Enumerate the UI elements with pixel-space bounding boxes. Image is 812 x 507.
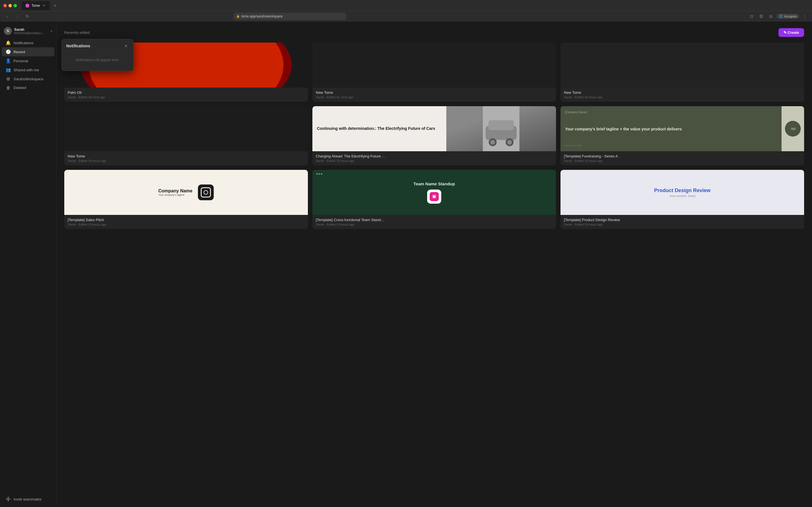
user-name: Sarah bbox=[14, 27, 49, 32]
card-meta: Palm Oil Sarah · Edited 29 mins ago bbox=[64, 88, 308, 102]
card-sales-pitch[interactable]: Company Name Your company's tagline [Tem… bbox=[64, 170, 308, 229]
card-design-review[interactable]: Product Design Review Team member] · [Da… bbox=[560, 170, 804, 229]
sidebar-item-label: SarahsWorkspace bbox=[13, 77, 43, 81]
svg-point-9 bbox=[507, 140, 512, 145]
sidebar-item-label: Deleted bbox=[13, 86, 26, 90]
card-title: New Tome bbox=[68, 154, 305, 158]
person-plus-icon: ➕ bbox=[6, 497, 11, 502]
people-icon: 👥 bbox=[6, 67, 11, 72]
back-button[interactable]: ‹ bbox=[3, 13, 11, 20]
sidebar-item-personal[interactable]: 👤 Personal bbox=[2, 56, 54, 65]
user-email: 8263e52a@moodjoy.c... bbox=[14, 32, 49, 35]
tab-bar: Tome ✕ + bbox=[21, 1, 809, 10]
card-title: New Tome bbox=[564, 91, 801, 95]
active-tab[interactable]: Tome ✕ bbox=[21, 1, 50, 10]
tagline-text: Your company's brief tagline + the value… bbox=[565, 126, 777, 132]
grid-icon: ⊞ bbox=[6, 76, 11, 81]
card-subtitle: Sarah · Edited 19 hours ago bbox=[68, 223, 305, 226]
fundraising-left: [Company Name] Your company's brief tagl… bbox=[560, 106, 781, 151]
close-button[interactable] bbox=[3, 4, 7, 7]
browser-chrome: Tome ✕ + bbox=[0, 0, 812, 11]
card-new-tome-1[interactable]: New Tome Sarah · Edited 41 mins ago bbox=[312, 43, 556, 102]
sidebar-item-invite[interactable]: ➕ Invite teammates bbox=[2, 495, 54, 504]
create-button[interactable]: ✎ Create bbox=[778, 28, 804, 37]
card-subtitle: Sarah · Edited 41 mins ago bbox=[316, 96, 553, 99]
incognito-label: Incognito bbox=[784, 15, 797, 18]
card-new-tome-2[interactable]: New Tome Sarah · Edited 18 hours ago bbox=[560, 43, 804, 102]
sales-logo-dot bbox=[204, 190, 208, 194]
new-tab-button[interactable]: + bbox=[51, 2, 59, 10]
card-title: New Tome bbox=[316, 91, 553, 95]
card-thumbnail bbox=[64, 106, 308, 151]
extension-icon[interactable]: ⚄ bbox=[758, 13, 765, 20]
card-standup[interactable]: Team Name Standup [Template] Cross-funct… bbox=[312, 170, 556, 229]
main-content: Recently edited ✎ Create Palm Oil Sarah … bbox=[56, 21, 812, 507]
chevron-down-icon: ▾ bbox=[51, 30, 52, 33]
sidebar-item-label: Recent bbox=[13, 50, 25, 54]
cast-icon[interactable]: ⊡ bbox=[748, 13, 755, 20]
sidebar: S Sarah 8263e52a@moodjoy.c... ▾ 🔔 Notifi… bbox=[0, 21, 56, 507]
traffic-lights bbox=[3, 4, 17, 7]
user-info: Sarah 8263e52a@moodjoy.c... bbox=[14, 27, 49, 35]
sidebar-item-workspace[interactable]: ⊞ SarahsWorkspace bbox=[2, 74, 54, 83]
card-meta: [Template] Sales Pitch Sarah · Edited 19… bbox=[64, 215, 308, 229]
trash-icon: 🗑 bbox=[6, 86, 11, 90]
sidebar-item-label: Notifications bbox=[13, 41, 34, 45]
address-text: tome.app/sarahsworkspace bbox=[241, 14, 283, 18]
clock-icon: 🕐 bbox=[6, 49, 11, 54]
visual-label: Visual Your Logo bbox=[565, 144, 777, 147]
lock-icon: 🔒 bbox=[236, 15, 240, 18]
card-charging[interactable]: Continuing with determination.: The Elec… bbox=[312, 106, 556, 165]
tab-title: Tome bbox=[32, 4, 40, 8]
split-icon[interactable]: ⊟ bbox=[767, 13, 774, 20]
card-fundraising[interactable]: [Company Name] Your company's brief tagl… bbox=[560, 106, 804, 165]
sidebar-item-deleted[interactable]: 🗑 Deleted bbox=[2, 83, 54, 92]
app-layout: S Sarah 8263e52a@moodjoy.c... ▾ 🔔 Notifi… bbox=[0, 21, 812, 507]
user-section[interactable]: S Sarah 8263e52a@moodjoy.c... ▾ bbox=[0, 25, 56, 38]
svg-rect-5 bbox=[489, 120, 514, 130]
card-title: [Template] Fundraising - Series A bbox=[564, 154, 801, 158]
circle-decoration bbox=[785, 121, 801, 136]
card-meta: New Tome Sarah · Edited 41 mins ago bbox=[312, 88, 556, 102]
notifications-popup: Notifications ✕ Notifications will appea… bbox=[61, 39, 134, 71]
sidebar-item-shared[interactable]: 👥 Shared with me bbox=[2, 65, 54, 74]
sales-text: Company Name Your company's tagline bbox=[158, 188, 193, 196]
card-subtitle: Sarah · Edited 18 hours ago bbox=[564, 96, 801, 99]
notifications-header: Notifications ✕ bbox=[62, 39, 133, 52]
standup-icon bbox=[427, 189, 441, 204]
section-title: Recently edited bbox=[64, 31, 90, 35]
minimize-button[interactable] bbox=[8, 4, 12, 7]
card-new-tome-3[interactable]: New Tome Sarah · Edited 18 hours ago bbox=[64, 106, 308, 165]
card-subtitle: Sarah · Edited 19 hours ago bbox=[316, 159, 553, 163]
card-subtitle: Sarah · Edited 19 hours ago bbox=[564, 159, 801, 163]
profile-icon: 👤 bbox=[779, 14, 783, 18]
standup-dots-row bbox=[316, 173, 322, 175]
car-shape bbox=[446, 106, 556, 151]
sidebar-item-label: Personal bbox=[13, 59, 28, 63]
avatar: S bbox=[4, 27, 12, 35]
sidebar-item-recent[interactable]: 🕐 Recent bbox=[2, 47, 54, 56]
card-meta: [Template] Cross-functional Team Stand..… bbox=[312, 215, 556, 229]
address-bar[interactable]: 🔒 tome.app/sarahsworkspace bbox=[234, 13, 346, 20]
notifications-title: Notifications bbox=[66, 44, 90, 48]
card-thumbnail bbox=[560, 43, 804, 88]
reload-button[interactable]: ↻ bbox=[24, 13, 31, 20]
card-thumbnail: Company Name Your company's tagline bbox=[64, 170, 308, 215]
browser-nav: ‹ › ↻ 🔒 tome.app/sarahsworkspace ⊡ ⚄ ⊟ 👤… bbox=[0, 11, 812, 21]
forward-button[interactable]: › bbox=[13, 13, 21, 20]
company-tagline: Your company's tagline bbox=[158, 193, 185, 196]
card-title: [Template] Product Design Review bbox=[564, 218, 801, 222]
menu-icon[interactable]: ⋮ bbox=[801, 13, 809, 20]
design-review-title: Product Design Review bbox=[654, 187, 711, 193]
sidebar-item-notifications[interactable]: 🔔 Notifications bbox=[2, 38, 54, 47]
card-title: Charging Ahead: The Electrifying Future … bbox=[316, 154, 553, 158]
tab-close-button[interactable]: ✕ bbox=[42, 4, 46, 8]
card-thumbnail: Product Design Review Team member] · [Da… bbox=[560, 170, 804, 215]
charging-image bbox=[446, 106, 556, 151]
card-meta: Charging Ahead: The Electrifying Future … bbox=[312, 151, 556, 165]
notifications-close-button[interactable]: ✕ bbox=[123, 43, 129, 49]
card-thumbnail: [Company Name] Your company's brief tagl… bbox=[560, 106, 804, 151]
card-meta: New Tome Sarah · Edited 18 hours ago bbox=[560, 88, 804, 102]
maximize-button[interactable] bbox=[13, 4, 17, 7]
sidebar-item-label: Invite teammates bbox=[13, 497, 42, 501]
